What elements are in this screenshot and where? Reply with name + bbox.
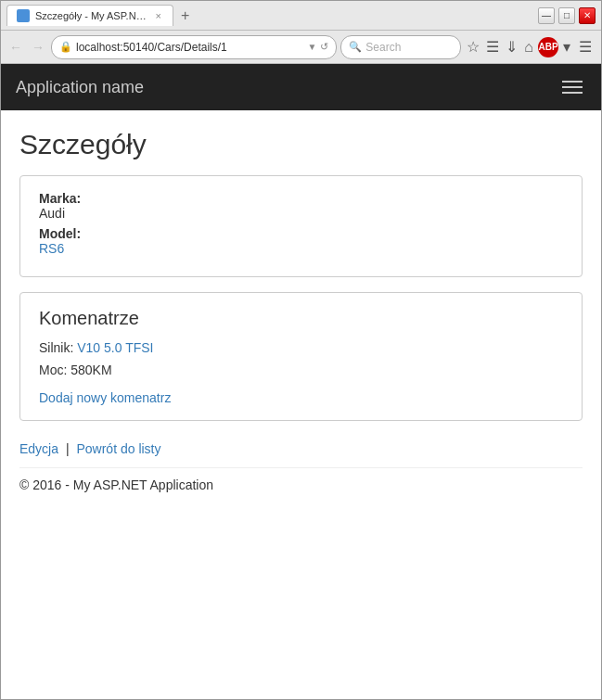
edit-link[interactable]: Edycja — [19, 441, 58, 456]
page-content: Szczegóły Marka: Audi Model: RS6 Komenat… — [1, 110, 601, 699]
hamburger-line-1 — [562, 81, 583, 83]
model-value[interactable]: RS6 — [39, 241, 563, 256]
back-button[interactable]: ← — [6, 37, 25, 57]
download-icon[interactable]: ⇓ — [504, 36, 519, 57]
model-label: Model: — [39, 226, 563, 241]
address-dropdown-icon[interactable]: ▼ — [307, 42, 316, 52]
comment-card: Komenatrze Silnik: V10 5.0 TFSI Moc: 580… — [19, 292, 583, 421]
back-to-list-link[interactable]: Powrót do listy — [76, 441, 160, 456]
address-lock-icon: 🔒 — [59, 41, 72, 53]
adblock-button[interactable]: ABP — [538, 37, 558, 57]
marka-label: Marka: — [39, 191, 563, 206]
hamburger-line-2 — [562, 86, 583, 88]
app-navbar: Application name — [1, 64, 601, 110]
app-name: Application name — [16, 78, 144, 97]
footer-links: Edycja | Powrót do listy — [19, 436, 583, 467]
window-controls: — □ ✕ — [538, 7, 596, 24]
maximize-button[interactable]: □ — [558, 7, 575, 24]
link-separator: | — [66, 441, 70, 456]
tab-title: Szczegóły - My ASP.NET A... — [35, 10, 148, 21]
silnik-value: V10 5.0 TFSI — [77, 340, 153, 355]
search-icon: 🔍 — [349, 41, 362, 53]
browser-tab[interactable]: Szczegóły - My ASP.NET A... × — [6, 5, 173, 26]
search-placeholder: Search — [365, 41, 401, 54]
browser-window: Szczegóły - My ASP.NET A... × + — □ ✕ ← … — [0, 0, 602, 700]
add-comment-link[interactable]: Dodaj nowy komenatrz — [39, 390, 563, 405]
home-icon[interactable]: ⌂ — [522, 37, 535, 57]
hamburger-line-3 — [562, 92, 583, 94]
minimize-button[interactable]: — — [538, 7, 555, 24]
title-bar-left: Szczegóły - My ASP.NET A... × + — [6, 5, 538, 26]
nav-icons: ☆ ☰ ⇓ ⌂ ABP ▾ ☰ — [465, 36, 596, 57]
moc-item: Moc: 580KM — [39, 363, 563, 377]
address-bar[interactable]: 🔒 localhost:50140/Cars/Details/1 ▼ ↺ — [51, 35, 337, 59]
marka-value: Audi — [39, 206, 563, 221]
copyright: © 2016 - My ASP.NET Application — [19, 467, 583, 498]
detail-card: Marka: Audi Model: RS6 — [19, 175, 583, 277]
comment-title: Komenatrze — [39, 308, 563, 329]
search-bar[interactable]: 🔍 Search — [340, 35, 461, 59]
new-tab-button[interactable]: + — [177, 7, 193, 24]
moc-label: Moc: — [39, 363, 67, 377]
title-bar: Szczegóły - My ASP.NET A... × + — □ ✕ — [1, 1, 601, 31]
silnik-label: Silnik: — [39, 340, 73, 355]
bookmark-icon[interactable]: ☆ — [465, 36, 481, 57]
silnik-item: Silnik: V10 5.0 TFSI — [39, 340, 563, 355]
forward-button[interactable]: → — [29, 37, 47, 57]
tab-close-icon[interactable]: × — [154, 10, 163, 21]
dropdown-icon[interactable]: ▾ — [561, 36, 572, 57]
hamburger-menu[interactable] — [558, 77, 586, 97]
address-text: localhost:50140/Cars/Details/1 — [76, 41, 303, 54]
moc-value: 580KM — [70, 363, 111, 377]
bookmark-list-icon[interactable]: ☰ — [484, 36, 501, 57]
page-title: Szczegóły — [19, 129, 583, 160]
tab-favicon — [17, 9, 30, 22]
close-button[interactable]: ✕ — [579, 7, 596, 24]
nav-bar: ← → 🔒 localhost:50140/Cars/Details/1 ▼ ↺… — [1, 31, 601, 64]
browser-menu-icon[interactable]: ☰ — [575, 36, 596, 57]
refresh-icon[interactable]: ↺ — [320, 41, 328, 53]
